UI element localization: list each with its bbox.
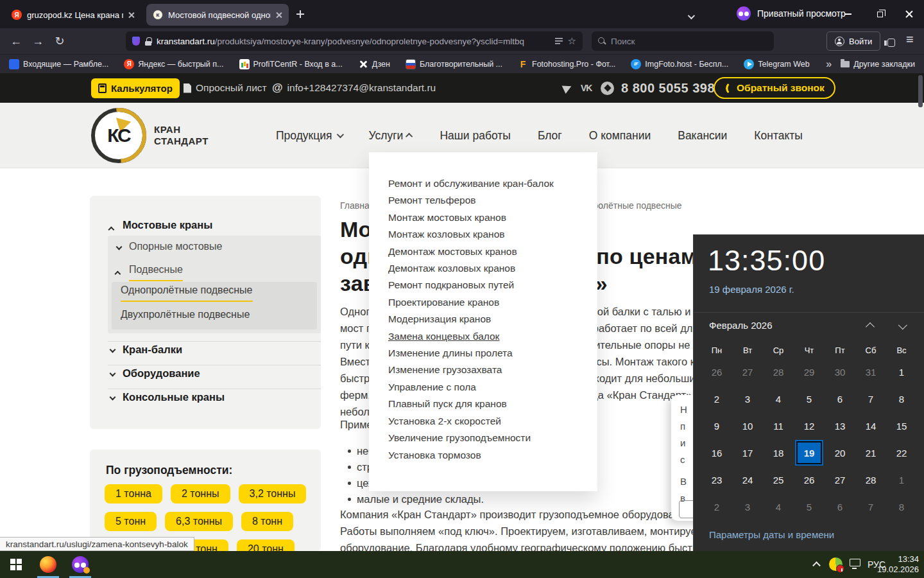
antivirus-tray-icon[interactable] <box>829 557 843 571</box>
bookmark-item[interactable]: Telegram Web <box>744 59 809 69</box>
bookmark-item[interactable]: IFImgFoto.host - Беспл... <box>631 59 728 69</box>
url-bar[interactable]: kranstandart.ru/produktsiya/mostovye-kra… <box>126 31 583 51</box>
menu-item[interactable]: Модернизация кранов <box>388 311 597 328</box>
nav-item-блог[interactable]: Блог <box>538 129 562 143</box>
calendar-day[interactable]: 16 <box>701 439 732 466</box>
capacity-button[interactable]: 8 тонн <box>241 512 293 531</box>
search-bar[interactable] <box>592 31 774 51</box>
calendar-day[interactable]: 3 <box>732 493 763 520</box>
sidebar-item-dvukhproletnye[interactable]: Двухпролётные подвесные <box>121 309 250 320</box>
telegram-icon[interactable] <box>562 82 574 94</box>
reload-button[interactable]: ↻ <box>49 34 71 48</box>
calendar-day[interactable]: 11 <box>763 412 794 439</box>
back-button[interactable]: ← <box>5 35 27 48</box>
other-bookmarks-button[interactable]: Другие закладки <box>841 60 915 69</box>
login-button[interactable]: Войти <box>826 31 880 51</box>
calendar-day[interactable]: 18 <box>763 439 794 466</box>
tab-kranstandart[interactable]: К Мостовой подвесной однопро <box>146 4 289 26</box>
start-button[interactable] <box>10 559 22 570</box>
calendar-day[interactable]: 20 <box>825 439 855 466</box>
scrollbar-thumb[interactable] <box>918 75 923 107</box>
bookmarks-overflow-button[interactable]: » <box>826 58 832 70</box>
calendar-day[interactable]: 28 <box>855 466 886 493</box>
calendar-day[interactable]: 4 <box>763 385 794 412</box>
menu-item[interactable]: Замена концевых балок <box>388 328 597 345</box>
calendar-day[interactable]: 22 <box>886 439 917 466</box>
calendar-day[interactable]: 3 <box>732 385 763 412</box>
close-tab-icon[interactable] <box>128 12 135 18</box>
tracking-shield-icon[interactable] <box>132 37 140 46</box>
menu-item[interactable]: Ремонт и обслуживание кран-балок <box>388 175 597 192</box>
menu-item[interactable]: Монтаж мостовых кранов <box>388 209 597 226</box>
sidebar-item-oborudovanie[interactable]: Оборудование <box>110 367 200 380</box>
forward-button[interactable]: → <box>27 35 49 48</box>
menu-item[interactable]: Ремонт тельферов <box>388 192 597 209</box>
tab-gruzopod[interactable]: Я gruzopod.kz Цена крана подве <box>5 4 141 26</box>
nav-item-о-компании[interactable]: О компании <box>589 129 651 143</box>
calendar-next-month-button[interactable] <box>898 320 907 329</box>
calendar-day[interactable]: 5 <box>794 385 825 412</box>
calendar-day[interactable]: 27 <box>732 358 763 385</box>
list-tabs-button[interactable] <box>688 10 693 22</box>
minimize-button[interactable] <box>833 0 862 28</box>
lock-icon[interactable] <box>145 37 151 46</box>
capacity-button[interactable]: 2 тонны <box>171 484 230 504</box>
calculator-button[interactable]: Калькулятор <box>91 78 180 98</box>
sidebar-item-opornye[interactable]: Опорные мостовые <box>117 241 222 252</box>
restore-button[interactable] <box>865 0 894 28</box>
nav-item-продукция[interactable]: Продукция <box>276 129 342 143</box>
calendar-day[interactable]: 31 <box>855 358 886 385</box>
menu-item[interactable]: Проектирование кранов <box>388 294 597 311</box>
calendar-day[interactable]: 21 <box>855 439 886 466</box>
menu-item[interactable]: Изменение длины пролета <box>388 345 597 362</box>
calendar-prev-month-button[interactable] <box>866 322 875 331</box>
nav-item-наши-работы[interactable]: Наши работы <box>440 129 510 143</box>
calendar-day[interactable]: 27 <box>825 466 855 493</box>
bookmark-item[interactable]: Благотворительный ... <box>406 59 502 69</box>
nav-item-вакансии[interactable]: Вакансии <box>678 129 727 143</box>
calendar-day[interactable]: 25 <box>763 466 794 493</box>
datetime-settings-link[interactable]: Параметры даты и времени <box>709 529 834 540</box>
clock-date-link[interactable]: 19 февраля 2026 г. <box>709 284 794 295</box>
calendar-day[interactable]: 4 <box>763 493 794 520</box>
nav-item-услуги[interactable]: Услуги <box>369 129 413 143</box>
calendar-day[interactable]: 28 <box>763 358 794 385</box>
calendar-selected-day[interactable]: 19 <box>796 441 822 464</box>
menu-item[interactable]: Установка 2-х скоростей <box>388 413 597 430</box>
calendar-day[interactable]: 8 <box>886 385 917 412</box>
calendar-day[interactable]: 30 <box>825 358 855 385</box>
calendar-day[interactable]: 7 <box>855 493 886 520</box>
nav-item-контакты[interactable]: Контакты <box>754 129 803 143</box>
calendar-day[interactable]: 26 <box>794 466 825 493</box>
calendar-day[interactable]: 1 <box>886 466 917 493</box>
menu-hamburger-icon[interactable]: ≡ <box>906 32 914 47</box>
bookmark-item[interactable]: Входящие — Рамбле... <box>9 59 108 69</box>
menu-item[interactable]: Демонтаж козловых кранов <box>388 260 597 277</box>
sidebar-item-konsolnye[interactable]: Консольные краны <box>110 391 225 403</box>
calendar-day[interactable]: 6 <box>825 493 855 520</box>
sidebar-item-odnoproletnye[interactable]: Однопролётные подвесные <box>121 285 253 302</box>
close-window-button[interactable] <box>894 0 924 28</box>
menu-item[interactable]: Изменение грузозахвата <box>388 362 597 378</box>
bookmark-item[interactable]: ProfiTCentR - Вход в а... <box>239 59 343 69</box>
network-tray-icon[interactable] <box>850 559 860 566</box>
calendar-day[interactable]: 6 <box>825 385 855 412</box>
vk-icon[interactable]: VK <box>581 83 592 93</box>
calendar-day[interactable]: 7 <box>855 385 886 412</box>
taskbar-firefox-icon[interactable] <box>40 556 56 573</box>
calendar-day[interactable]: 2 <box>701 385 732 412</box>
capacity-button[interactable]: 1 тонна <box>105 484 162 504</box>
calendar-day[interactable]: 24 <box>732 466 763 493</box>
callback-button[interactable]: Обратный звонок <box>714 77 835 99</box>
calendar-day[interactable]: 5 <box>794 493 825 520</box>
menu-item[interactable]: Ремонт подкрановых путей <box>388 277 597 293</box>
menu-item[interactable]: Демонтаж мостовых кранов <box>388 243 597 260</box>
calendar-day[interactable]: 26 <box>701 358 732 385</box>
calendar-day[interactable]: 15 <box>886 412 917 439</box>
capacity-button[interactable]: 5 тонн <box>105 512 157 531</box>
bookmark-item[interactable]: ЯЯндекс — быстрый п... <box>124 59 223 69</box>
bookmark-star-icon[interactable]: ☆ <box>568 35 576 47</box>
menu-item[interactable]: Увеличение грузоподъемности <box>388 430 597 446</box>
calendar-day[interactable]: 12 <box>794 412 825 439</box>
calendar-day[interactable]: 17 <box>732 439 763 466</box>
